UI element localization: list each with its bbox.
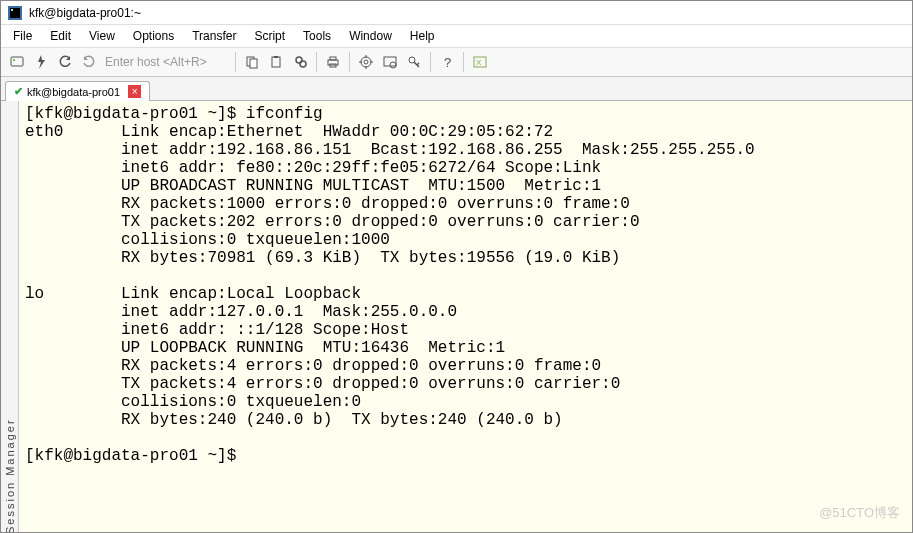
svg-point-10 [300,61,306,67]
svg-rect-4 [13,59,15,61]
svg-point-15 [364,60,368,64]
session-manager-label: Session Manager [4,107,16,533]
terminal-output[interactable]: [kfk@bigdata-pro01 ~]$ ifconfig eth0 Lin… [19,101,912,533]
window-titlebar: kfk@bigdata-pro01:~ [1,1,912,25]
menu-options[interactable]: Options [125,27,182,45]
menu-edit[interactable]: Edit [42,27,79,45]
tab-bar: ✔ kfk@bigdata-pro01 × [1,77,912,101]
svg-rect-6 [250,59,257,68]
session-tab-active[interactable]: ✔ kfk@bigdata-pro01 × [5,81,150,101]
menu-tools[interactable]: Tools [295,27,339,45]
tab-close-icon[interactable]: × [128,85,141,98]
toolbar-separator [235,52,236,72]
svg-point-14 [361,57,371,67]
menu-help[interactable]: Help [402,27,443,45]
menu-bar: File Edit View Options Transfer Script T… [1,25,912,47]
toolbar: Enter host <Alt+R> ? X [1,47,912,77]
session-manager-panel[interactable]: Session Manager [1,101,19,533]
paste-icon[interactable] [264,50,288,74]
menu-script[interactable]: Script [246,27,293,45]
window-title: kfk@bigdata-pro01:~ [29,6,141,20]
svg-rect-7 [272,57,280,67]
svg-point-17 [390,62,396,68]
svg-rect-2 [11,9,13,11]
main-area: Session Manager [kfk@bigdata-pro01 ~]$ i… [1,101,912,533]
menu-view[interactable]: View [81,27,123,45]
toolbar-separator [316,52,317,72]
settings-icon[interactable] [354,50,378,74]
print-icon[interactable] [321,50,345,74]
menu-file[interactable]: File [5,27,40,45]
svg-rect-12 [330,57,336,60]
app-icon [7,5,23,21]
session-options-icon[interactable] [378,50,402,74]
find-icon[interactable] [288,50,312,74]
connect-icon[interactable] [5,50,29,74]
help-icon[interactable]: ? [435,50,459,74]
svg-rect-8 [274,56,278,58]
copy-icon[interactable] [240,50,264,74]
svg-text:X: X [476,58,482,67]
svg-text:?: ? [444,55,451,69]
quick-connect-icon[interactable] [29,50,53,74]
disconnect-icon[interactable] [77,50,101,74]
menu-transfer[interactable]: Transfer [184,27,244,45]
toolbar-separator [430,52,431,72]
host-input[interactable]: Enter host <Alt+R> [101,51,231,73]
xterm-icon[interactable]: X [468,50,492,74]
toolbar-separator [349,52,350,72]
svg-rect-3 [11,57,23,66]
tab-status-icon: ✔ [14,85,23,98]
reconnect-icon[interactable] [53,50,77,74]
key-icon[interactable] [402,50,426,74]
tab-label: kfk@bigdata-pro01 [27,86,120,98]
toolbar-separator [463,52,464,72]
menu-window[interactable]: Window [341,27,400,45]
